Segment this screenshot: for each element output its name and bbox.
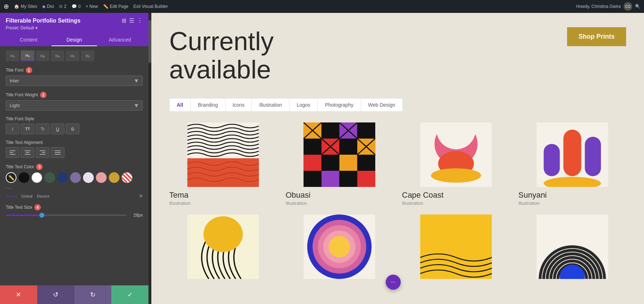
- panel-preset[interactable]: Preset: Default ▾: [6, 25, 143, 30]
- panel-grid-icon[interactable]: ⊞: [122, 17, 126, 24]
- divi-btn[interactable]: ◆ Divi: [42, 4, 54, 9]
- slider-row: 28px: [6, 213, 143, 218]
- slider-value: 28px: [130, 213, 143, 218]
- thumb-7: [402, 214, 510, 279]
- svg-rect-5: [25, 154, 30, 155]
- item-title-sunyani: Sunyani: [518, 190, 626, 200]
- portfolio-item-sunyani[interactable]: Sunyani Illustration: [518, 122, 626, 206]
- svg-rect-9: [55, 150, 60, 151]
- avatar[interactable]: CG: [624, 2, 632, 11]
- new-btn[interactable]: + New: [86, 4, 98, 9]
- svg-rect-62: [420, 214, 492, 279]
- color-gear-icon[interactable]: ⚙: [139, 194, 143, 198]
- more-dots[interactable]: ···: [6, 185, 13, 192]
- tab-design[interactable]: Design: [52, 34, 97, 46]
- filter-illustration[interactable]: Illustration: [252, 98, 289, 111]
- strikethrough-btn[interactable]: S: [66, 124, 79, 134]
- italic-btn[interactable]: I: [6, 124, 19, 134]
- portfolio-item-6[interactable]: ···: [286, 214, 393, 283]
- align-left-btn[interactable]: [6, 147, 19, 158]
- svg-point-47: [431, 168, 481, 183]
- scroll-track[interactable]: [148, 13, 151, 304]
- svg-rect-51: [585, 137, 601, 176]
- circle-count-btn[interactable]: ⊙ 2: [59, 4, 67, 9]
- uppercase-btn[interactable]: TT: [21, 124, 34, 134]
- eyedropper-swatch[interactable]: ✏️: [6, 172, 16, 183]
- tab-advanced[interactable]: Advanced: [97, 34, 143, 46]
- edit-page-btn[interactable]: ✏️ Edit Page: [103, 4, 128, 9]
- align-justify-btn[interactable]: [51, 147, 64, 158]
- filter-photography[interactable]: Photography: [318, 98, 361, 111]
- svg-rect-20: [357, 122, 375, 139]
- filter-web-design[interactable]: Web Design: [361, 98, 402, 111]
- svg-rect-10: [55, 152, 60, 153]
- cancel-button[interactable]: ✕: [0, 285, 37, 304]
- title-font-select[interactable]: Inter: [6, 76, 143, 86]
- panel-menu-icon[interactable]: ⋮: [137, 17, 143, 24]
- filter-icons[interactable]: Icons: [225, 98, 252, 111]
- admin-bar-right: Howdy, Christina Gwira CG 🔍: [576, 2, 640, 11]
- color-swatch-navy[interactable]: [57, 172, 68, 183]
- filter-logos[interactable]: Logos: [289, 98, 318, 111]
- align-center-btn[interactable]: [21, 147, 34, 158]
- underline-btn[interactable]: U: [51, 124, 64, 134]
- thumb-sunyani: [518, 122, 626, 187]
- portfolio-item-obuasi[interactable]: Obuasi Illustration: [286, 122, 393, 206]
- tab-content[interactable]: Content: [6, 34, 52, 46]
- svg-rect-7: [42, 152, 45, 153]
- item-title-cape-coast: Cape Coast: [402, 190, 510, 200]
- title-font-style-label: Title Font Style: [6, 116, 143, 121]
- capitalize-btn[interactable]: Tt: [36, 124, 49, 134]
- color-swatch-black[interactable]: [19, 172, 29, 183]
- title-text-size-badge: 4: [34, 204, 41, 211]
- svg-rect-49: [543, 144, 560, 176]
- panel-footer: ✕ ↺ ↻ ✓: [0, 285, 148, 304]
- svg-rect-25: [304, 155, 322, 171]
- save-button[interactable]: ✓: [111, 285, 148, 304]
- color-swatch-pink[interactable]: [96, 172, 107, 183]
- heading-h2-btn[interactable]: H₂: [21, 50, 34, 61]
- heading-h5-btn[interactable]: H₅: [66, 50, 79, 61]
- color-swatch-gold[interactable]: [109, 172, 119, 183]
- color-swatch-stripe[interactable]: [122, 172, 132, 183]
- wp-logo[interactable]: ⊕: [4, 3, 9, 10]
- svg-rect-18: [322, 122, 340, 139]
- color-swatch-lavender[interactable]: [83, 172, 94, 183]
- svg-rect-30: [322, 171, 340, 187]
- svg-rect-4: [26, 152, 29, 153]
- heading-h4-btn[interactable]: H₄: [51, 50, 64, 61]
- slider-thumb[interactable]: [39, 213, 44, 218]
- exit-builder-btn[interactable]: Exit Visual Builder: [133, 4, 168, 9]
- align-right-btn[interactable]: [36, 147, 49, 158]
- fab-button[interactable]: ···: [386, 275, 401, 290]
- filter-all[interactable]: All: [170, 98, 191, 111]
- filter-branding[interactable]: Branding: [191, 98, 225, 111]
- panel-title: Filterable Portfolio Settings: [6, 18, 80, 24]
- portfolio-item-7[interactable]: [402, 214, 510, 283]
- heading-h1-btn[interactable]: H₁: [6, 50, 19, 61]
- color-swatch-green[interactable]: [44, 172, 55, 183]
- portfolio-item-8[interactable]: [518, 214, 626, 283]
- title-font-style-setting: Title Font Style I TT Tt U S: [6, 116, 143, 134]
- heading-h3-btn[interactable]: H₃: [36, 50, 49, 61]
- color-swatch-white[interactable]: [31, 172, 42, 183]
- panel-columns-icon[interactable]: ☰: [129, 17, 134, 24]
- portfolio-item-5[interactable]: [169, 214, 277, 283]
- my-sites-btn[interactable]: 🏠 My Sites: [14, 4, 37, 9]
- comment-btn[interactable]: 💬 0: [72, 4, 81, 9]
- saved-label[interactable]: Saved: [6, 194, 17, 198]
- thumb-obuasi: [286, 122, 393, 187]
- color-swatch-purple[interactable]: [70, 172, 81, 183]
- svg-rect-29: [304, 171, 322, 187]
- panel-header: Filterable Portfolio Settings ⊞ ☰ ⋮ Pres…: [0, 13, 148, 46]
- search-icon[interactable]: 🔍: [635, 4, 640, 9]
- global-label[interactable]: Global: [21, 194, 33, 198]
- shop-prints-button[interactable]: Shop Prints: [567, 27, 626, 46]
- heading-h6-btn[interactable]: H₆: [81, 50, 94, 61]
- redo-button[interactable]: ↻: [74, 285, 112, 304]
- recent-label[interactable]: Recent: [37, 194, 49, 198]
- portfolio-item-cape-coast[interactable]: Cape Coast Illustration: [402, 122, 510, 206]
- title-font-weight-select[interactable]: Light: [6, 100, 143, 111]
- reset-button[interactable]: ↺: [37, 285, 74, 304]
- portfolio-item-tema[interactable]: Tema Illustration: [169, 122, 277, 206]
